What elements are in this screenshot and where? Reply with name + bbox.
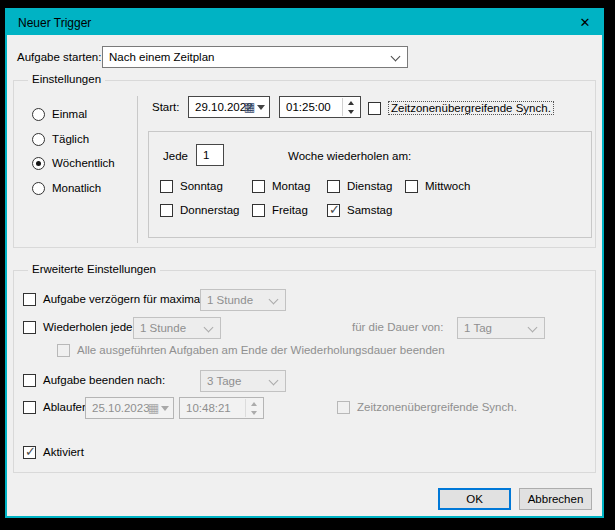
day-sunday[interactable]: Sonntag bbox=[160, 180, 223, 193]
day-tuesday-checkbox[interactable] bbox=[327, 180, 340, 193]
close-icon[interactable]: ✕ bbox=[568, 10, 602, 35]
advanced-group-label: Erweiterte Einstellungen bbox=[28, 263, 160, 275]
start-date-picker[interactable]: 29.10.2022 ▦ bbox=[188, 96, 270, 118]
repeat-task-label: Wiederholen jede: bbox=[43, 321, 136, 333]
repeat-task-checkbox[interactable] bbox=[23, 321, 36, 334]
time-spin-up-icon bbox=[246, 399, 262, 408]
day-thursday-checkbox[interactable] bbox=[160, 204, 173, 217]
delay-task-label: Aufgabe verzögern für maximal: bbox=[43, 293, 206, 305]
stop-after-combobox[interactable]: 3 Tage bbox=[200, 370, 286, 392]
enabled-checkbox[interactable] bbox=[23, 446, 36, 459]
repeat-duration-combobox[interactable]: 1 Tag bbox=[457, 317, 545, 339]
expire-time-value: 10:48:21 bbox=[186, 402, 231, 414]
day-sunday-checkbox[interactable] bbox=[160, 180, 173, 193]
radio-once-circle[interactable] bbox=[32, 108, 45, 121]
stop-all-tasks-checkbox[interactable] bbox=[57, 344, 70, 357]
radio-once[interactable]: Einmal bbox=[32, 107, 87, 121]
stop-after-label: Aufgabe beenden nach: bbox=[43, 374, 165, 386]
time-spin-down-icon[interactable] bbox=[343, 107, 359, 116]
repeat-duration-value: 1 Tag bbox=[464, 322, 492, 334]
stop-all-tasks-row: Alle ausgeführten Aufgaben am Ende der W… bbox=[57, 344, 445, 357]
stop-all-tasks-label: Alle ausgeführten Aufgaben am Ende der W… bbox=[77, 344, 445, 356]
radio-daily-circle[interactable] bbox=[32, 133, 45, 146]
expire-checkbox[interactable] bbox=[23, 401, 36, 414]
day-thursday-label: Donnerstag bbox=[180, 204, 239, 216]
day-wednesday-label: Mittwoch bbox=[425, 180, 470, 192]
day-monday[interactable]: Montag bbox=[252, 180, 310, 193]
day-monday-label: Montag bbox=[272, 180, 310, 192]
timezone-sync-checkbox-row[interactable]: Zeitzonenübergreifende Synch. bbox=[368, 101, 554, 115]
time-spin-up-icon[interactable] bbox=[343, 98, 359, 107]
expire-date-picker[interactable]: 25.10.2023 ▦ bbox=[85, 397, 174, 419]
day-friday[interactable]: Freitag bbox=[252, 204, 308, 217]
task-start-value: Nach einem Zeitplan bbox=[109, 51, 214, 63]
chevron-down-icon bbox=[269, 376, 279, 386]
radio-weekly[interactable]: Wöchentlich bbox=[32, 156, 115, 170]
screen-background: { "window": { "title": "Neuer Trigger", … bbox=[0, 0, 615, 530]
day-monday-checkbox[interactable] bbox=[252, 180, 265, 193]
expire-timezone-row: Zeitzonenübergreifende Synch. bbox=[337, 401, 517, 414]
day-saturday-checkbox[interactable] bbox=[327, 204, 340, 217]
expire-time-field[interactable]: 10:48:21 bbox=[179, 397, 264, 419]
delay-task-checkbox[interactable] bbox=[23, 293, 36, 306]
expire-timezone-checkbox[interactable] bbox=[337, 401, 350, 414]
enabled-row[interactable]: Aktiviert bbox=[23, 446, 84, 459]
day-wednesday-checkbox[interactable] bbox=[405, 180, 418, 193]
stop-after-checkbox[interactable] bbox=[23, 374, 36, 387]
cancel-button[interactable]: Abbrechen bbox=[519, 488, 592, 510]
radio-daily[interactable]: Täglich bbox=[32, 132, 89, 146]
task-start-combobox[interactable]: Nach einem Zeitplan bbox=[102, 46, 408, 68]
repeat-task-row[interactable]: Wiederholen jede: bbox=[23, 321, 136, 334]
delay-duration-value: 1 Stunde bbox=[207, 294, 253, 306]
every-weeks-input[interactable]: 1 bbox=[196, 144, 224, 166]
title-bar: Neuer Trigger ✕ bbox=[7, 10, 602, 35]
day-saturday-label: Samstag bbox=[347, 204, 392, 216]
stop-after-value: 3 Tage bbox=[207, 375, 241, 387]
task-start-label: Aufgabe starten: bbox=[17, 50, 101, 65]
expire-row[interactable]: Ablaufen: bbox=[23, 401, 92, 414]
calendar-icon: ▦ bbox=[148, 401, 159, 415]
day-friday-label: Freitag bbox=[272, 204, 308, 216]
calendar-icon: ▦ bbox=[244, 100, 255, 114]
radio-weekly-label: Wöchentlich bbox=[52, 157, 115, 169]
day-tuesday[interactable]: Dienstag bbox=[327, 180, 392, 193]
repeat-interval-value: 1 Stunde bbox=[140, 322, 186, 334]
new-trigger-dialog: Neuer Trigger ✕ Aufgabe starten: Nach ei… bbox=[5, 8, 604, 518]
calendar-dropdown-icon bbox=[161, 406, 169, 411]
start-label: Start: bbox=[152, 100, 179, 115]
stop-after-row[interactable]: Aufgabe beenden nach: bbox=[23, 374, 165, 387]
expire-date-value: 25.10.2023 bbox=[92, 402, 150, 414]
radio-daily-label: Täglich bbox=[52, 133, 89, 145]
repeat-on-label: Woche wiederholen am: bbox=[288, 149, 411, 164]
timezone-sync-checkbox[interactable] bbox=[368, 102, 381, 115]
day-friday-checkbox[interactable] bbox=[252, 204, 265, 217]
radio-once-label: Einmal bbox=[52, 108, 87, 120]
repeat-duration-label: für die Dauer von: bbox=[352, 320, 443, 335]
day-saturday[interactable]: Samstag bbox=[327, 204, 392, 217]
timezone-sync-label: Zeitzonenübergreifende Synch. bbox=[388, 101, 554, 115]
day-wednesday[interactable]: Mittwoch bbox=[405, 180, 470, 193]
calendar-dropdown-icon[interactable] bbox=[257, 105, 265, 110]
radio-monthly-circle[interactable] bbox=[32, 182, 45, 195]
start-time-field[interactable]: 01:25:00 bbox=[279, 96, 361, 118]
day-thursday[interactable]: Donnerstag bbox=[160, 204, 239, 217]
settings-group-label: Einstellungen bbox=[28, 73, 105, 85]
settings-divider bbox=[137, 96, 138, 243]
repeat-interval-combobox[interactable]: 1 Stunde bbox=[133, 317, 221, 339]
expire-timezone-label: Zeitzonenübergreifende Synch. bbox=[357, 401, 517, 413]
day-tuesday-label: Dienstag bbox=[347, 180, 392, 192]
ok-button[interactable]: OK bbox=[438, 488, 511, 510]
chevron-down-icon bbox=[528, 323, 538, 333]
chevron-down-icon bbox=[204, 323, 214, 333]
time-spin-down-icon bbox=[246, 408, 262, 417]
delay-task-row[interactable]: Aufgabe verzögern für maximal: bbox=[23, 293, 206, 306]
chevron-down-icon bbox=[269, 295, 279, 305]
day-sunday-label: Sonntag bbox=[180, 180, 223, 192]
every-label: Jede bbox=[163, 149, 188, 164]
dialog-title: Neuer Trigger bbox=[7, 16, 91, 30]
delay-duration-combobox[interactable]: 1 Stunde bbox=[200, 289, 286, 311]
radio-monthly[interactable]: Monatlich bbox=[32, 181, 101, 195]
enabled-label: Aktiviert bbox=[43, 446, 84, 458]
radio-monthly-label: Monatlich bbox=[52, 182, 101, 194]
radio-weekly-circle[interactable] bbox=[32, 157, 45, 170]
